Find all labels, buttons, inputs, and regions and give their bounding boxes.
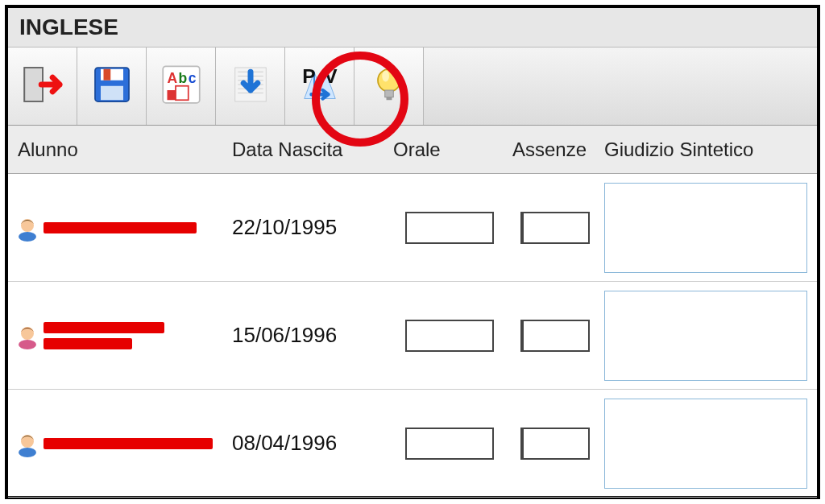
toolbar-group-left: A b c [8, 48, 216, 125]
hint-button[interactable] [354, 48, 424, 125]
abc-button[interactable]: A b c [147, 48, 216, 125]
svg-text:A: A [167, 70, 177, 86]
toolbar-group-mid: P V [216, 48, 424, 125]
student-name-redacted [44, 222, 197, 233]
cell-orale [387, 212, 506, 244]
exit-button[interactable] [8, 48, 77, 125]
cell-giudizio [598, 175, 817, 281]
giudizio-textarea[interactable] [604, 183, 807, 273]
assenze-input[interactable] [520, 428, 590, 460]
cell-giudizio [598, 390, 817, 497]
pv-icon: P V [297, 62, 342, 110]
col-header-orale[interactable]: Orale [387, 138, 506, 161]
cell-assenze [506, 320, 598, 352]
svg-text:b: b [178, 70, 187, 86]
col-header-giudizio[interactable]: Giudizio Sintetico [598, 138, 817, 161]
student-name-redacted [44, 438, 213, 449]
svg-point-24 [378, 69, 400, 92]
cell-dob: 08/04/1996 [226, 431, 387, 456]
giudizio-textarea[interactable] [604, 291, 807, 381]
cell-alunno[interactable] [8, 214, 226, 242]
cell-orale [387, 428, 506, 460]
giudizio-textarea[interactable] [604, 399, 807, 489]
table-body: 22/10/1995 15/06/1996 08/04/1996 [8, 174, 817, 498]
avatar-male-icon [16, 430, 39, 457]
svg-point-28 [19, 232, 36, 242]
svg-rect-4 [103, 69, 110, 81]
student-name-redacted [44, 322, 164, 349]
svg-point-31 [21, 327, 34, 340]
col-header-assenze[interactable]: Assenze [506, 138, 598, 161]
avatar-female-icon [16, 322, 39, 349]
svg-point-25 [382, 71, 389, 82]
exit-icon [20, 62, 65, 110]
window-title: INGLESE [8, 8, 817, 47]
col-header-data[interactable]: Data Nascita [226, 138, 387, 161]
cell-dob: 22/10/1995 [226, 215, 387, 240]
cell-dob: 15/06/1996 [226, 323, 387, 348]
abc-icon: A b c [159, 62, 204, 110]
assenze-input[interactable] [520, 320, 590, 352]
save-icon [89, 62, 135, 110]
avatar-male-icon [16, 214, 39, 242]
svg-rect-5 [101, 86, 123, 101]
cell-giudizio [598, 283, 817, 389]
svg-point-30 [19, 340, 36, 349]
proposal-to-vote-button[interactable]: P V [285, 48, 354, 125]
download-button[interactable] [216, 48, 285, 125]
svg-rect-27 [386, 97, 392, 101]
svg-rect-11 [176, 86, 189, 101]
col-header-alunno[interactable]: Alunno [8, 138, 226, 161]
cell-alunno[interactable] [8, 430, 226, 457]
lightbulb-icon [367, 62, 412, 110]
assenze-input[interactable] [520, 212, 590, 244]
app-frame: INGLESE [5, 5, 820, 499]
cell-alunno[interactable] [8, 322, 226, 349]
save-button[interactable] [77, 48, 147, 125]
cell-assenze [506, 428, 598, 460]
download-icon [228, 62, 273, 110]
table-row: 08/04/1996 [8, 390, 817, 498]
toolbar: A b c [8, 47, 817, 126]
orale-input[interactable] [405, 428, 494, 460]
cell-assenze [506, 212, 598, 244]
svg-rect-26 [384, 90, 393, 97]
svg-point-29 [21, 219, 34, 232]
orale-input[interactable] [405, 212, 494, 244]
table-row: 15/06/1996 [8, 282, 817, 390]
svg-text:c: c [188, 70, 196, 86]
svg-text:V: V [324, 65, 338, 87]
toolbar-spacer [424, 48, 817, 125]
svg-text:P: P [302, 65, 315, 87]
table-header: Alunno Data Nascita Orale Assenze Giudiz… [8, 126, 817, 174]
orale-input[interactable] [405, 320, 494, 352]
cell-orale [387, 320, 506, 352]
table-row: 22/10/1995 [8, 174, 817, 282]
svg-point-32 [19, 448, 36, 457]
svg-point-33 [21, 435, 34, 448]
